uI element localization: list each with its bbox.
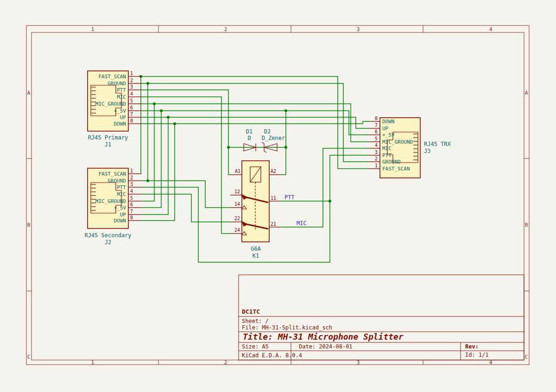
d1-ref-label: D1 — [246, 128, 253, 135]
k1-value-label: G6A — [251, 246, 261, 252]
grid-row-c-right: C — [525, 354, 528, 360]
j3-ref-label: J3 — [424, 148, 430, 154]
j3-pin-number: 6 — [375, 129, 378, 134]
k1-pin-24: 24 — [234, 228, 240, 233]
net-label-ptt[interactable]: PTT — [284, 194, 295, 201]
wire-5v-coil[interactable] — [281, 111, 286, 175]
grid-col-1-top: 1 — [91, 26, 95, 32]
connector-j2[interactable]: 1 2 3 4 5 6 7 8 FAST_SCAN GROUND PTT MIC… — [84, 168, 141, 246]
j1-pin-number: 5 — [130, 98, 133, 103]
connector-j3[interactable]: 8 7 6 5 4 3 2 1 DOWN UP +_5V MIC_GROUND … — [369, 116, 451, 178]
file-field: File: MH-31-Split.kicad_sch — [242, 324, 332, 331]
j2-pin-number: 7 — [130, 209, 133, 214]
wire-up-j2[interactable] — [141, 117, 168, 215]
j3-pin-number: 7 — [375, 123, 378, 128]
j3-pin-name: MIC_GROUND — [382, 139, 413, 145]
j2-pin-number: 8 — [130, 215, 133, 220]
grid-row-c-left: C — [27, 354, 31, 360]
j2-pin-number: 2 — [130, 175, 133, 180]
d2-value-label: D_Zener — [262, 135, 285, 141]
company-name: DC1TC — [242, 308, 260, 315]
j1-pin-number: 4 — [130, 91, 133, 96]
grid-col-2-top: 2 — [224, 26, 227, 32]
grid-row-b-left: B — [27, 222, 31, 228]
grid-row-a-right: A — [525, 90, 528, 96]
j3-pin-name: FAST_SCAN — [382, 166, 410, 172]
size-field: Size: A5 — [242, 343, 269, 350]
j1-pin-name: +_5V — [114, 108, 126, 114]
j3-pin-name: +_5V — [382, 132, 395, 138]
wire-mic-j2[interactable] — [141, 194, 230, 222]
k1-pin-11: 11 — [271, 196, 276, 201]
j2-pin-name: MIC — [117, 191, 126, 197]
title-block: DC1TC Sheet: / File: MH-31-Split.kicad_s… — [239, 275, 524, 360]
k1-pin-14: 14 — [234, 202, 240, 207]
j3-value-label: RJ45 TRX — [424, 141, 451, 147]
j1-pin-name: UP — [120, 114, 126, 120]
title-field: Title: MH-31 Microphone Splitter — [243, 332, 404, 341]
net-label-mic[interactable]: MIC — [297, 220, 307, 227]
j2-pin-number: 4 — [130, 189, 133, 194]
j2-pin-number: 5 — [130, 196, 133, 201]
tool-version-field: KiCad E.D.A. 8.0.4 — [242, 352, 302, 359]
j1-pin-name: MIC_GROUND — [95, 101, 126, 107]
j2-pin-name: DOWN — [114, 218, 126, 224]
j3-pin-name: DOWN — [382, 119, 395, 125]
k1-pin-22: 22 — [234, 216, 240, 221]
j1-pin-number: 8 — [130, 118, 133, 123]
k1-pin-a1: A1 — [235, 169, 240, 174]
j3-pin-name: PTT — [382, 152, 392, 158]
wire-down-j2[interactable] — [141, 124, 175, 221]
wire-fast-scan-j2[interactable] — [141, 76, 141, 174]
date-field: Date: 2024-08-01 — [299, 343, 353, 350]
sheet-id-field: Id: 1/1 — [465, 352, 489, 358]
j1-pin-number: 3 — [130, 84, 133, 89]
j3-pin-number: 8 — [375, 116, 378, 121]
j1-pin-name: MIC — [117, 94, 126, 100]
grid-col-3-bottom: 3 — [357, 360, 360, 366]
wire-mic-out[interactable] — [281, 148, 369, 227]
j1-pin-number: 1 — [130, 71, 133, 76]
j3-pin-number: 4 — [375, 143, 378, 148]
j2-pin-name: FAST_SCAN — [98, 171, 126, 177]
k1-pin-a2: A2 — [271, 169, 276, 174]
grid-col-2-bottom: 2 — [224, 360, 227, 366]
j2-ref-label: J2 — [105, 239, 111, 246]
k1-pin-21: 21 — [271, 221, 276, 227]
j2-pin-number: 1 — [130, 168, 133, 173]
j1-pin-number: 7 — [130, 112, 133, 117]
j3-pin-name: UP — [382, 126, 389, 132]
rev-field: Rev: — [465, 343, 479, 350]
j1-pin-name: FAST_SCAN — [98, 74, 126, 80]
j2-pin-name: PTT — [117, 184, 126, 190]
connector-j1[interactable]: 1 2 3 4 5 6 7 8 FAST_SCAN GROUND PTT MIC… — [88, 71, 141, 148]
relay-k1[interactable]: A1 A2 12 14 22 24 11 21 G6A K1 — [230, 161, 281, 259]
j1-ref-label: J1 — [105, 141, 111, 148]
j1-pin-number: 6 — [130, 105, 133, 110]
wire-fast-scan[interactable] — [141, 76, 369, 169]
d1-value-label: D — [247, 135, 251, 141]
k1-pin-12: 12 — [234, 189, 240, 194]
j2-pin-name: +_5V — [114, 205, 126, 211]
j1-pin-number: 2 — [130, 78, 133, 83]
j3-pin-number: 5 — [375, 136, 378, 141]
grid-col-4-bottom: 4 — [489, 360, 493, 366]
grid-row-a-left: A — [27, 90, 31, 96]
j1-pin-name: GROUND — [107, 81, 126, 87]
k1-ref-label: K1 — [253, 253, 259, 259]
grid-col-4-top: 4 — [489, 26, 493, 32]
wire-ground[interactable] — [141, 83, 369, 162]
diode-d2[interactable]: D2 D_Zener — [262, 128, 285, 152]
j3-pin-number: 3 — [375, 150, 378, 155]
j2-pin-name: GROUND — [107, 178, 126, 184]
j2-pin-number: 3 — [130, 182, 133, 187]
j2-pin-number: 6 — [130, 202, 133, 207]
schematic-canvas[interactable]: 1 2 3 4 1 2 3 4 A B C A B C — [0, 0, 556, 392]
grid-col-3-top: 3 — [357, 26, 360, 32]
wire-5v-j2[interactable] — [141, 111, 161, 208]
schematic-sheet: 1 2 3 4 1 2 3 4 A B C A B C — [0, 0, 556, 392]
grid-row-b-right: B — [525, 222, 528, 228]
j2-value-label: RJ45 Secondary — [84, 232, 131, 239]
j1-pin-name: DOWN — [114, 121, 126, 127]
d2-ref-label: D2 — [264, 128, 271, 135]
